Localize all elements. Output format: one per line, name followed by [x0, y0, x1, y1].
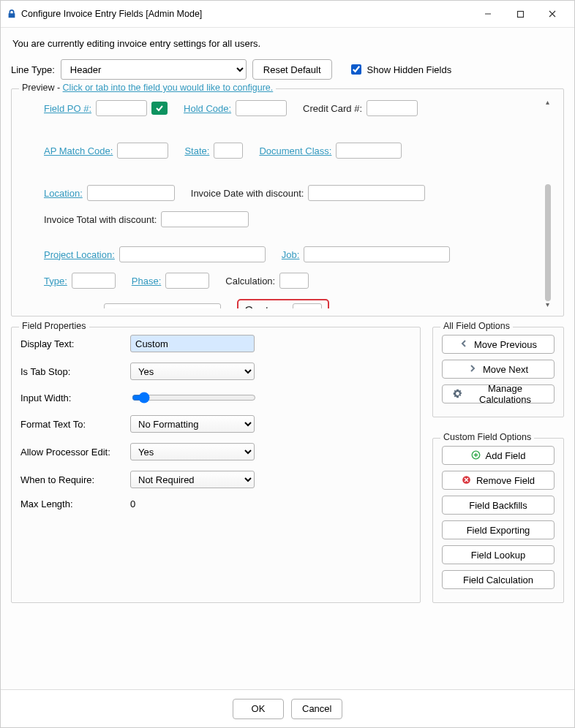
project-location-label[interactable]: Project Location:	[44, 249, 115, 260]
maximize-button[interactable]	[504, 5, 536, 23]
calculation-input[interactable]	[279, 273, 309, 289]
field-po-input[interactable]	[96, 100, 147, 116]
checkmark-icon[interactable]	[151, 102, 168, 115]
add-field-button[interactable]: Add Field	[442, 446, 555, 465]
field-backfills-button[interactable]: Field Backfills	[442, 496, 555, 515]
document-class-label[interactable]: Document Class:	[259, 145, 331, 156]
field-properties-legend: Field Properties	[19, 321, 89, 331]
custom-field-options-group: Custom Field Options Add Field Remove Fi…	[432, 438, 564, 603]
calculation-label: Calculation:	[225, 276, 275, 287]
invoice-total-disc-input[interactable]	[161, 211, 249, 227]
chevron-right-icon	[468, 364, 478, 374]
move-previous-button[interactable]: Move Previous	[442, 335, 555, 354]
field-exporting-button[interactable]: Field Exporting	[442, 520, 555, 539]
reset-default-button[interactable]: Reset Default	[252, 59, 332, 80]
line-type-label: Line Type:	[11, 64, 55, 75]
credit-card-label: Credit Card #:	[303, 103, 362, 114]
window-root: Configure Invoice Entry Fields [Admin Mo…	[0, 0, 575, 728]
field-po-label[interactable]: Field PO #:	[44, 103, 91, 114]
preview-scroll-area[interactable]: Field PO #: Hold Code: Credit Card #: AP…	[20, 96, 555, 308]
max-length-value: 0	[130, 498, 277, 509]
type-input[interactable]	[72, 273, 116, 289]
location-label[interactable]: Location:	[44, 188, 83, 199]
lock-icon	[7, 9, 17, 19]
preview-legend-link[interactable]: Click or tab into the field you would li…	[63, 83, 274, 93]
footer: OK Cancel	[1, 689, 574, 727]
manage-calculations-button[interactable]: Manage Calculations	[442, 384, 555, 403]
window-title: Configure Invoice Entry Fields [Admin Mo…	[21, 9, 202, 19]
minimize-button[interactable]	[472, 5, 504, 23]
require-label: When to Require:	[20, 474, 130, 485]
state-label[interactable]: State:	[184, 145, 209, 156]
invoice-date-disc-label: Invoice Date with discount:	[191, 188, 304, 199]
all-field-options-group: All Field Options Move Previous Move Nex…	[432, 327, 564, 417]
job-label[interactable]: Job:	[282, 249, 300, 260]
format-select[interactable]: No Formatting	[130, 415, 255, 433]
display-text-label: Display Text:	[20, 338, 130, 349]
type-label[interactable]: Type:	[44, 276, 67, 287]
scrollbar-thumb[interactable]	[545, 184, 551, 301]
svg-rect-0	[517, 11, 523, 17]
location-input[interactable]	[87, 185, 175, 201]
hold-code-label[interactable]: Hold Code:	[184, 103, 231, 114]
titlebar: Configure Invoice Entry Fields [Admin Mo…	[1, 1, 574, 28]
cancel-button[interactable]: Cancel	[291, 699, 342, 719]
x-circle-icon	[462, 475, 472, 485]
tab-stop-label: Is Tab Stop:	[20, 366, 130, 377]
job-phase-label[interactable]: Job + Phase:	[44, 306, 99, 309]
invoice-total-disc-label: Invoice Total with discount:	[44, 214, 157, 225]
tab-stop-select[interactable]: Yes	[130, 363, 255, 380]
custom-label: Custom:	[244, 305, 288, 308]
field-lookup-button[interactable]: Field Lookup	[442, 545, 555, 564]
invoice-date-disc-input[interactable]	[308, 185, 425, 201]
ap-match-code-label[interactable]: AP Match Code:	[44, 145, 113, 156]
phase-label[interactable]: Phase:	[132, 276, 161, 287]
field-calculation-button[interactable]: Field Calculation	[442, 570, 555, 589]
show-hidden-input[interactable]	[351, 64, 361, 75]
custom-field-options-legend: Custom Field Options	[440, 432, 534, 442]
close-button[interactable]	[536, 5, 568, 23]
input-width-slider[interactable]	[132, 392, 256, 403]
show-hidden-checkbox[interactable]: Show Hidden Fields	[348, 62, 452, 77]
preview-group: Preview - Click or tab into the field yo…	[11, 88, 564, 316]
hold-code-input[interactable]	[236, 100, 287, 116]
plus-circle-icon	[471, 450, 481, 460]
custom-field-selected[interactable]: Custom:	[237, 299, 329, 308]
document-class-input[interactable]	[336, 143, 402, 159]
scrollbar-track[interactable]	[543, 103, 553, 303]
intro-text: You are currently editing invoice entry …	[11, 35, 564, 58]
max-length-label: Max Length:	[20, 498, 130, 509]
state-input[interactable]	[214, 143, 243, 159]
allow-proc-select[interactable]: Yes	[130, 443, 255, 460]
require-select[interactable]: Not Required	[130, 471, 255, 488]
remove-field-button[interactable]: Remove Field	[442, 471, 555, 490]
format-label: Format Text To:	[20, 419, 130, 430]
allow-proc-label: Allow Processor Edit:	[20, 447, 130, 458]
project-location-input[interactable]	[119, 246, 266, 262]
credit-card-input[interactable]	[367, 100, 418, 116]
gear-icon	[453, 389, 462, 399]
phase-input[interactable]	[165, 273, 209, 289]
display-text-input[interactable]	[130, 335, 255, 352]
job-input[interactable]	[304, 246, 450, 262]
ap-match-code-input[interactable]	[117, 143, 168, 159]
job-phase-input[interactable]	[104, 303, 221, 308]
input-width-label: Input Width:	[20, 393, 130, 403]
preview-legend: Preview - Click or tab into the field yo…	[19, 83, 276, 93]
chevron-left-icon	[459, 339, 470, 349]
show-hidden-label: Show Hidden Fields	[367, 64, 452, 75]
custom-input[interactable]	[293, 303, 322, 308]
scroll-down-icon[interactable]: ▾	[543, 300, 552, 308]
all-field-options-legend: All Field Options	[440, 321, 513, 331]
ok-button[interactable]: OK	[233, 699, 284, 719]
move-next-button[interactable]: Move Next	[442, 360, 555, 379]
line-type-select[interactable]: Header	[61, 59, 247, 80]
field-properties-group: Field Properties Display Text: Is Tab St…	[11, 327, 421, 603]
